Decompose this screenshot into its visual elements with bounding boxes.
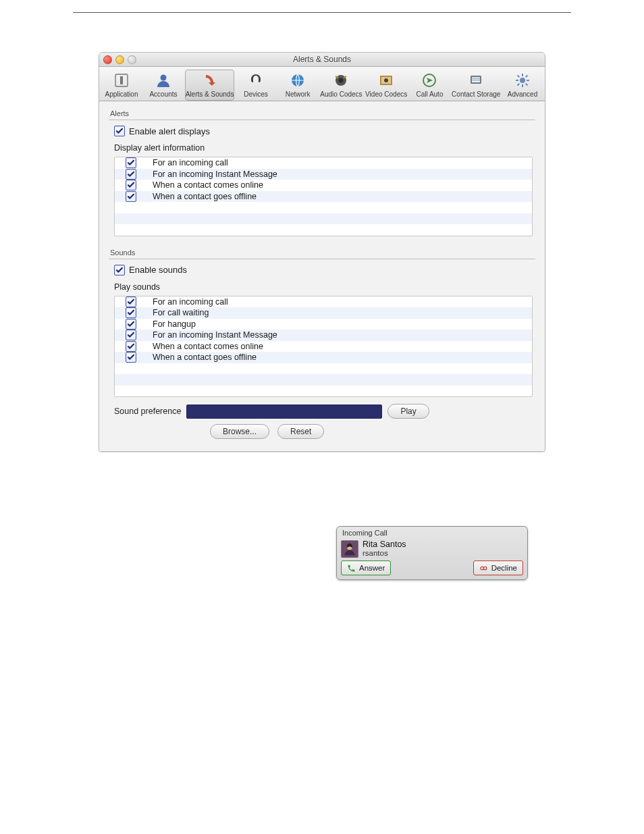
svg-point-2 [161,75,167,81]
svg-rect-12 [472,78,480,79]
toolbar-tab-label: Alerts & Sounds [186,90,234,98]
alerts-list: For an incoming callFor an incoming Inst… [114,157,533,236]
toolbar-tab-video-codecs[interactable]: Video Codecs [365,70,408,101]
toolbar-tab-label: Contact Storage [452,90,500,98]
toolbar-tab-label: Network [286,90,311,98]
svg-rect-1 [120,76,123,84]
alerts-section-header: Alerts [109,109,535,120]
decline-button[interactable]: Decline [473,561,523,575]
list-row[interactable]: For hangup [115,319,532,330]
browse-button[interactable]: Browse... [210,424,269,439]
toolbar-icon [200,72,220,89]
list-row [115,202,532,213]
enable-alert-displays-label: Enable alert displays [129,126,210,136]
toolbar-tab-devices[interactable]: Devices [236,70,276,101]
answer-button[interactable]: Answer [341,561,391,575]
list-row[interactable]: When a contact goes offline [115,191,532,203]
list-row[interactable]: When a contact comes online [115,180,532,191]
preferences-window: Alerts & Sounds ApplicationAccountsAlert… [99,52,545,452]
decline-button-label: Decline [491,564,517,572]
caller-name: Rita Santos [363,540,406,549]
row-label: For hangup [153,319,196,329]
toolbar-tab-label: Application [105,90,138,98]
list-row[interactable]: For an incoming call [115,296,532,308]
sounds-section-header: Sounds [109,249,535,259]
row-checkbox[interactable] [126,296,136,307]
row-label: When a contact goes offline [153,192,257,201]
play-sounds-label: Play sounds [109,277,535,296]
row-checkbox[interactable] [126,307,136,318]
svg-point-5 [339,78,344,83]
toolbar-icon [466,72,486,89]
toolbar-icon [288,72,308,89]
svg-rect-13 [472,80,480,80]
row-label: For an incoming Instant Message [153,330,277,340]
toolbar-tab-network[interactable]: Network [277,70,318,101]
row-checkbox[interactable] [126,341,136,352]
row-label: For an incoming call [153,158,228,167]
toolbar-tab-label: Video Codecs [365,90,407,98]
sounds-list: For an incoming callFor call waitingFor … [114,296,533,398]
row-label: For call waiting [153,308,209,317]
list-row[interactable]: For an incoming call [115,157,532,169]
toolbar-tab-call-auto[interactable]: Call Auto [409,70,450,101]
list-row [115,374,532,386]
list-row[interactable]: For an incoming Instant Message [115,330,532,341]
incoming-call-popup: Incoming Call Rita Santos rsantos Answer… [336,526,528,580]
reset-button[interactable]: Reset [277,424,324,439]
toolbar-tab-label: Call Auto [416,90,443,98]
list-row [115,363,532,375]
row-checkbox[interactable] [126,180,136,190]
list-row [115,224,532,236]
toolbar-icon [419,72,439,89]
svg-line-21 [526,76,528,78]
row-label: For an incoming Instant Message [153,170,277,179]
phone-answer-icon [347,564,356,573]
row-checkbox[interactable] [126,330,136,340]
play-button[interactable]: Play [387,404,429,419]
sound-preference-field[interactable] [186,405,382,419]
row-label: When a contact goes offline [153,353,257,362]
enable-alert-displays-checkbox[interactable] [114,126,125,136]
toolbar-tab-advanced[interactable]: Advanced [502,70,543,101]
svg-line-22 [518,84,520,86]
toolbar-tab-accounts[interactable]: Accounts [143,70,184,101]
row-checkbox[interactable] [126,191,136,202]
row-label: When a contact comes online [153,342,263,351]
toolbar-tab-label: Accounts [149,90,177,98]
list-row [115,213,532,225]
answer-button-label: Answer [359,564,385,572]
list-row[interactable]: For call waiting [115,307,532,319]
svg-point-14 [520,78,525,83]
list-row[interactable]: When a contact comes online [115,341,532,353]
toolbar-tab-label: Audio Codecs [320,90,362,98]
row-label: For an incoming call [153,297,228,307]
toolbar-tab-audio-codecs[interactable]: Audio Codecs [319,70,363,101]
list-row[interactable]: When a contact goes offline [115,352,532,363]
preferences-toolbar: ApplicationAccountsAlerts & SoundsDevice… [99,67,545,101]
toolbar-icon [376,72,396,89]
row-checkbox[interactable] [126,319,136,330]
incoming-call-title: Incoming Call [341,529,523,538]
enable-sounds-checkbox[interactable] [114,265,125,276]
toolbar-tab-label: Devices [244,90,268,98]
toolbar-tab-application[interactable]: Application [101,70,142,101]
row-label: When a contact comes online [153,180,263,190]
svg-line-19 [518,76,520,78]
row-checkbox[interactable] [126,352,136,363]
list-row [115,386,532,397]
toolbar-tab-alerts-sounds[interactable]: Alerts & Sounds [185,70,234,101]
svg-point-8 [384,78,388,82]
display-alert-info-label: Display alert information [109,138,535,157]
phone-decline-icon [479,564,488,573]
toolbar-icon [512,72,533,89]
row-checkbox[interactable] [126,169,136,180]
toolbar-icon [111,72,132,89]
toolbar-tab-contact-storage[interactable]: Contact Storage [451,70,501,101]
sound-preference-label: Sound preference [114,407,181,416]
enable-sounds-label: Enable sounds [129,265,187,275]
row-checkbox[interactable] [126,157,136,168]
list-row[interactable]: For an incoming Instant Message [115,169,532,180]
window-titlebar: Alerts & Sounds [99,53,545,67]
svg-line-20 [526,84,528,86]
